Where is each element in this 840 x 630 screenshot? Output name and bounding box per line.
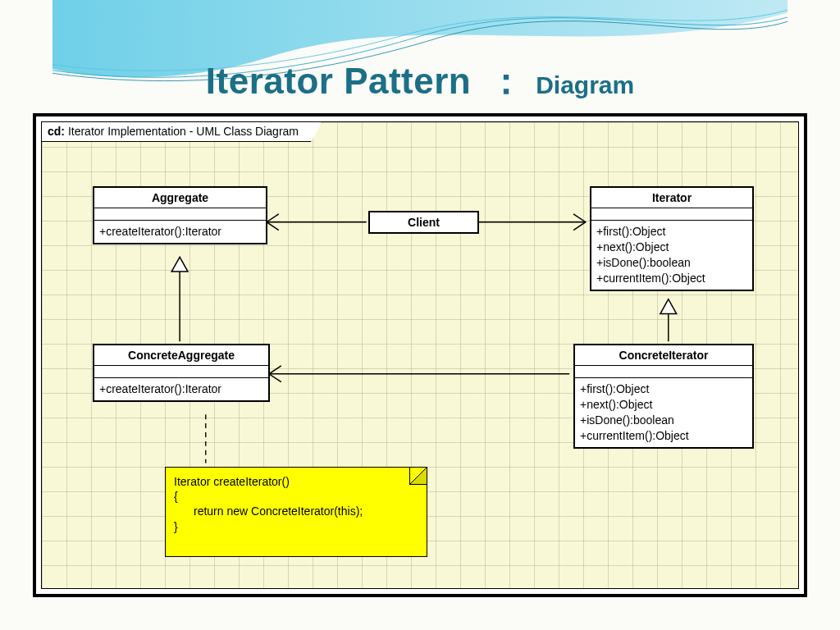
class-operations: +first():Object +next():Object +isDone()… (591, 221, 752, 290)
class-concrete-iterator: ConcreteIterator +first():Object +next()… (573, 344, 754, 449)
operation: +next():Object (580, 397, 747, 413)
class-operations: +createIterator():Iterator (94, 378, 268, 400)
class-name: ConcreteAggregate (94, 345, 268, 366)
class-operations: +createIterator():Iterator (94, 221, 266, 243)
svg-marker-5 (660, 299, 677, 314)
class-name: Iterator (591, 188, 752, 208)
class-name: Aggregate (94, 188, 266, 208)
class-attributes-empty (591, 208, 752, 221)
operation: +first():Object (580, 381, 747, 397)
diagram-canvas: cd: Iterator Implementation - UML Class … (41, 121, 799, 589)
operation: +isDone():boolean (596, 255, 747, 271)
diagram-tab-label: Iterator Implementation - UML Class Diag… (68, 125, 299, 138)
note-fold-icon (409, 468, 427, 485)
operation: +currentItem():Object (580, 428, 747, 444)
operation: +isDone():boolean (580, 413, 747, 428)
operation: +first():Object (596, 224, 747, 240)
operation: +createIterator():Iterator (99, 381, 263, 397)
title-main: Iterator Pattern (206, 61, 471, 101)
class-attributes-empty (94, 366, 268, 378)
class-operations: +first():Object +next():Object +isDone()… (575, 378, 752, 447)
class-client: Client (368, 211, 479, 234)
class-attributes-empty (575, 366, 752, 378)
note-line: Iterator createIterator() (174, 474, 418, 489)
class-aggregate: Aggregate +createIterator():Iterator (93, 186, 267, 244)
class-concrete-aggregate: ConcreteAggregate +createIterator():Iter… (93, 344, 270, 402)
title-separator: ： (488, 61, 524, 101)
note-line: return new ConcreteIterator(this); (174, 504, 418, 518)
note-line: { (174, 489, 418, 504)
class-name: ConcreteIterator (575, 345, 752, 366)
diagram-frame: cd: Iterator Implementation - UML Class … (33, 113, 807, 597)
operation: +next():Object (596, 240, 747, 255)
diagram-title-tab: cd: Iterator Implementation - UML Class … (41, 121, 322, 142)
title-sub: Diagram (536, 71, 634, 98)
operation: +createIterator():Iterator (99, 224, 261, 240)
class-name: Client (370, 212, 477, 232)
note-line: } (174, 519, 418, 534)
diagram-tab-prefix: cd: (48, 125, 65, 138)
slide-title: Iterator Pattern ： Diagram (0, 57, 840, 106)
slide: Iterator Pattern ： Diagram cd: Iterator … (0, 0, 840, 630)
svg-marker-3 (171, 257, 188, 272)
class-iterator: Iterator +first():Object +next():Object … (590, 186, 754, 291)
uml-note: Iterator createIterator() { return new C… (165, 467, 427, 557)
operation: +currentItem():Object (596, 271, 747, 286)
class-attributes-empty (94, 208, 266, 221)
